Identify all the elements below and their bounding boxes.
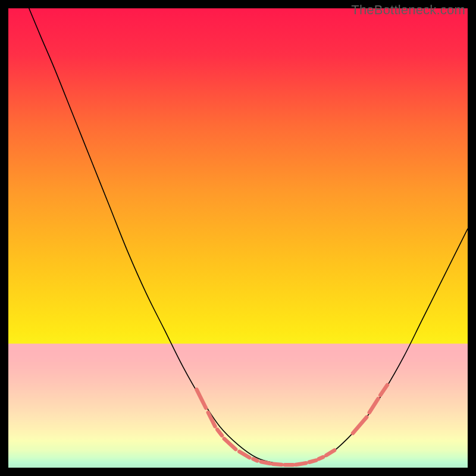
- highlight-dash: [253, 459, 257, 461]
- bottleneck-chart: [8, 8, 468, 468]
- highlight-dash: [261, 462, 270, 464]
- highlight-dash: [319, 457, 323, 459]
- watermark-text: TheBottleneck.com: [351, 2, 465, 18]
- chart-frame: [8, 8, 468, 468]
- pale-band: [8, 344, 468, 468]
- highlight-dash: [273, 464, 282, 465]
- highlight-dash: [296, 463, 306, 465]
- highlight-dash: [309, 461, 317, 462]
